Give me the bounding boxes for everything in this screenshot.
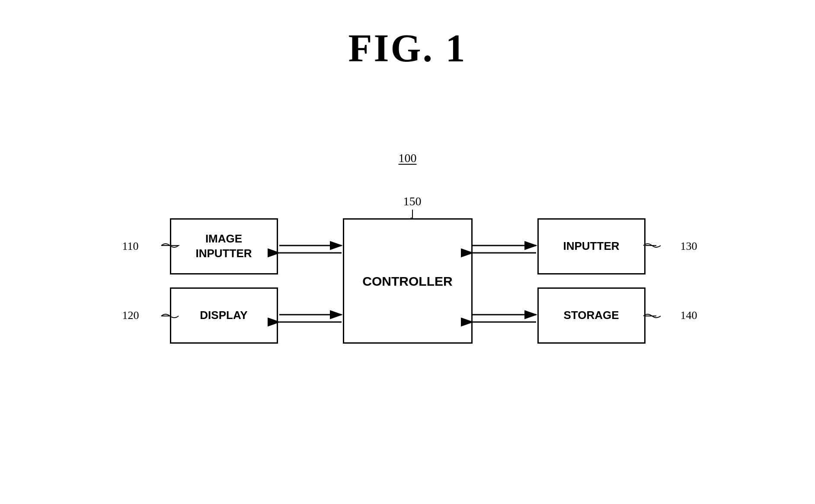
- ref-110-label: 110: [122, 240, 139, 253]
- display-block: DISPLAY: [170, 287, 278, 344]
- ref-100-label: 100: [399, 151, 417, 165]
- ref-150-label: 150: [403, 195, 422, 208]
- controller-block: CONTROLLER: [343, 218, 473, 344]
- inputter-block: INPUTTER: [537, 218, 646, 274]
- image-inputter-block: IMAGEINPUTTER: [170, 218, 278, 274]
- page-title: FIG. 1: [0, 0, 815, 70]
- storage-block: STORAGE: [537, 287, 646, 344]
- ref-130-label: 130: [681, 240, 697, 253]
- ref-120-label: 120: [122, 309, 139, 322]
- ref-140-label: 140: [681, 309, 697, 322]
- diagram-container: 100 150 110 120 130 140 CONTROLLER IMAGE…: [148, 151, 667, 454]
